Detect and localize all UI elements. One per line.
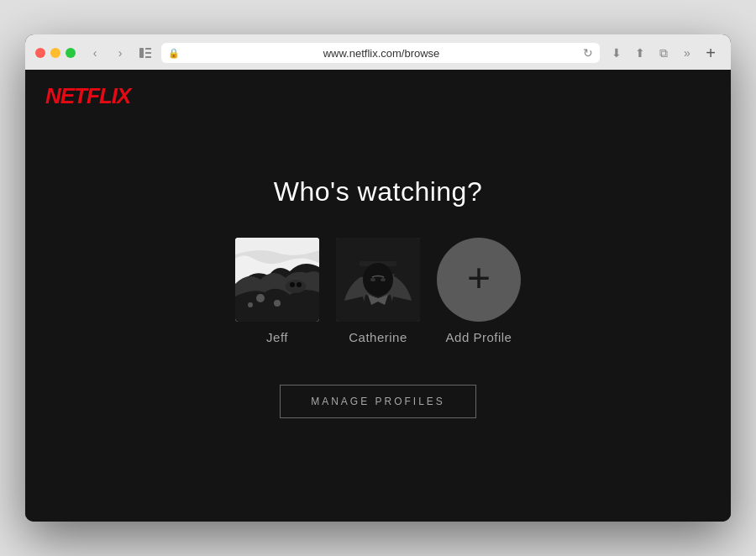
svg-point-15 bbox=[381, 278, 386, 281]
svg-point-9 bbox=[290, 282, 295, 287]
profile-catherine[interactable]: Catherine bbox=[336, 238, 420, 344]
browser-actions: ⬇ ⬆ ⧉ » + bbox=[606, 43, 721, 63]
browser-window: ‹ › 🔒 www.netflix.com/browse ↻ ⬇ ⬆ ⧉ » +… bbox=[25, 34, 731, 522]
sidebar-button[interactable] bbox=[136, 44, 155, 62]
profile-name-jeff: Jeff bbox=[266, 330, 288, 344]
svg-rect-3 bbox=[145, 56, 151, 58]
svg-point-7 bbox=[248, 302, 253, 307]
profile-avatar-catherine bbox=[336, 238, 420, 322]
add-profile-avatar: + bbox=[437, 238, 521, 322]
profile-avatar-jeff bbox=[235, 238, 319, 322]
netflix-header: NETFLIX bbox=[25, 70, 731, 123]
netflix-content: NETFLIX Who's watching? bbox=[25, 70, 731, 522]
profile-jeff[interactable]: Jeff bbox=[235, 238, 319, 344]
svg-point-13 bbox=[363, 263, 393, 296]
browser-chrome: ‹ › 🔒 www.netflix.com/browse ↻ ⬇ ⬆ ⧉ » + bbox=[25, 34, 731, 70]
traffic-lights bbox=[35, 48, 76, 58]
manage-profiles-button[interactable]: MANAGE PROFILES bbox=[280, 385, 476, 418]
forward-button[interactable]: › bbox=[111, 44, 129, 62]
duplicate-button[interactable]: ⧉ bbox=[654, 43, 674, 63]
reload-button[interactable]: ↻ bbox=[583, 46, 593, 60]
profile-name-add: Add Profile bbox=[446, 330, 512, 344]
svg-point-5 bbox=[256, 294, 265, 302]
svg-point-8 bbox=[286, 280, 306, 293]
back-button[interactable]: ‹ bbox=[86, 44, 104, 62]
url-text: www.netflix.com/browse bbox=[185, 47, 578, 60]
minimize-traffic-light[interactable] bbox=[50, 48, 60, 58]
fullscreen-traffic-light[interactable] bbox=[66, 48, 76, 58]
address-bar[interactable]: 🔒 www.netflix.com/browse ↻ bbox=[161, 43, 600, 63]
add-plus-icon: + bbox=[467, 258, 491, 298]
more-button[interactable]: » bbox=[677, 43, 697, 63]
profiles-section: Who's watching? bbox=[235, 123, 521, 522]
new-tab-button[interactable]: + bbox=[701, 43, 721, 63]
profile-name-catherine: Catherine bbox=[349, 330, 407, 344]
profiles-row: Jeff bbox=[235, 238, 521, 344]
lock-icon: 🔒 bbox=[168, 48, 180, 59]
svg-point-14 bbox=[370, 278, 375, 281]
profile-add[interactable]: + Add Profile bbox=[437, 238, 521, 344]
netflix-logo: NETFLIX bbox=[45, 83, 130, 108]
svg-rect-1 bbox=[145, 48, 151, 50]
svg-rect-0 bbox=[139, 48, 144, 58]
svg-point-6 bbox=[274, 300, 281, 307]
whos-watching-heading: Who's watching? bbox=[274, 176, 482, 207]
download-button[interactable]: ⬇ bbox=[606, 43, 627, 63]
svg-point-10 bbox=[297, 282, 302, 287]
close-traffic-light[interactable] bbox=[35, 48, 45, 58]
svg-rect-2 bbox=[145, 52, 151, 54]
share-button[interactable]: ⬆ bbox=[630, 43, 650, 63]
